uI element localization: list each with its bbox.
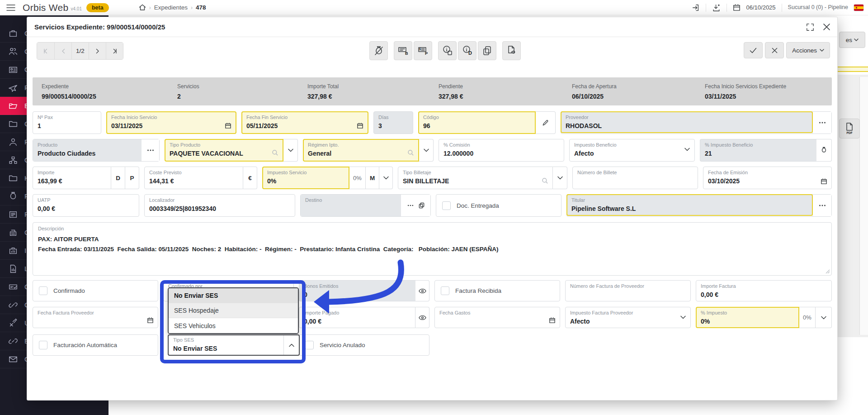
topbar-date[interactable]: 06/10/2025 [746,4,776,11]
localizador-field[interactable]: Localizador 0003349/25|801952340 [144,194,295,217]
pdf-button[interactable]: PDF [839,119,860,138]
chevron-down-icon[interactable] [553,167,567,189]
summary-value: 2 [177,93,298,100]
numero-factura-proveedor-field[interactable]: Número de Factura de Proveedor [565,280,691,301]
confirm-button[interactable] [744,42,763,58]
logout-icon[interactable] [692,4,700,12]
svg-text:D: D [468,50,472,56]
fecha-fin-servicio-field[interactable]: Fecha Fin Servicio 05/11/2025 [241,111,368,134]
chevron-down-icon[interactable] [419,139,434,162]
attachment-document-icon[interactable] [502,41,521,60]
regimen-ipto-field[interactable]: Régimen Ipto. General [303,139,419,162]
calendar-icon[interactable] [147,317,154,324]
money-bag-icon[interactable] [816,139,832,162]
chevron-up-icon[interactable] [283,335,299,355]
cancel-button[interactable] [765,42,784,58]
euro-button[interactable]: € [243,167,257,189]
impuesto-factura-proveedor-field[interactable]: Impuesto Factura Proveedor Afecto [565,307,691,328]
background-actions-button[interactable]: es [839,32,865,48]
dropdown-option[interactable]: SES Hospedaje [169,303,298,318]
porcentaje-button[interactable]: P [125,167,139,189]
chevron-down-icon[interactable] [816,307,832,328]
tipo-ses-field[interactable]: Tipo SES No Enviar SES [168,334,300,356]
resize-grip[interactable] [826,269,830,274]
checkbox[interactable] [441,286,449,295]
impuesto-beneficio-field[interactable]: Impuesto Beneficio Afecto [569,139,695,162]
breadcrumb-section[interactable]: Expedientes [154,4,188,11]
more-icon[interactable] [407,205,414,206]
checkbox[interactable] [305,341,314,349]
dropdown-option[interactable]: No Enviar SES [169,288,298,303]
calendar-icon[interactable] [225,122,231,129]
dropdown-option[interactable]: SES Vehiculos [169,318,298,333]
branch-label[interactable]: Sucursal 0 (0) - Pipeline [788,5,848,10]
pago-document-icon[interactable]: $P [414,41,432,60]
calendar-icon[interactable] [357,122,363,129]
home-icon[interactable] [139,4,146,11]
coste-previsto-field[interactable]: Coste Previsto 144,31 € [144,167,243,189]
import-icon[interactable] [712,4,721,12]
last-page-button[interactable] [106,43,123,59]
no-charge-icon[interactable] [369,41,388,60]
importe-field[interactable]: Importe 163,99 € [33,167,111,189]
tipo-billetaje-field[interactable]: Tipo Billetaje SIN BILLETAJE [398,167,553,189]
bono-document-icon[interactable]: B [394,41,412,60]
acciones-button[interactable]: Acciones [786,42,830,58]
copy-icon[interactable] [478,41,496,60]
eye-icon[interactable] [415,280,429,301]
more-icon[interactable] [812,112,831,134]
first-page-button[interactable] [37,43,54,59]
breadcrumb-separator: › [149,5,151,11]
n-pax-field[interactable]: Nº Pax 1 [33,111,101,134]
divisa-button[interactable]: D [111,167,125,189]
titular-field[interactable]: Titular Pipeline Software S.L [566,194,813,216]
envelope-icon [8,354,18,364]
more-icon[interactable] [141,139,159,161]
fecha-inicio-servicio-field[interactable]: Fecha Inicio Servicio 03/11/2025 [106,111,236,134]
descripcion-field[interactable]: Descripción PAX: AITOR PUERTA Fecha Entr… [33,222,832,276]
edit-pencil-icon[interactable] [536,111,556,134]
codigo-field[interactable]: Código 96 [418,111,536,134]
checkbox[interactable] [442,201,451,210]
info-expediente-icon[interactable] [438,41,457,60]
regimen-ipto-field-group: Régimen Ipto. General [303,139,434,162]
chevron-down-icon[interactable] [684,148,690,151]
eye-icon[interactable] [415,307,429,328]
search-icon[interactable] [542,177,548,184]
proveedor-field[interactable]: Proveedor RHODASOL [561,111,813,133]
info-detalle-icon[interactable]: D [458,41,476,60]
next-page-button[interactable] [89,43,106,59]
chevron-down-icon[interactable] [680,315,686,319]
calendar-icon[interactable] [821,178,827,185]
search-icon[interactable] [407,149,414,156]
fullscreen-icon[interactable] [806,23,814,31]
importe-factura-field[interactable]: Importe Factura 0,00 € [696,280,832,301]
destino-field[interactable]: Destino [301,195,401,216]
calendar-icon[interactable] [733,4,741,11]
copy-icon[interactable] [419,202,425,209]
search-icon[interactable] [272,149,278,156]
numero-billete-field[interactable]: Número de Billete [572,167,698,189]
comision-field[interactable]: % Comisión 12.000000 [439,139,564,162]
close-icon[interactable] [823,24,830,30]
fecha-gastos-field[interactable]: Fecha Gastos [434,307,560,328]
chevron-down-icon[interactable] [283,139,298,162]
previous-page-button[interactable] [54,43,71,59]
producto-field[interactable]: Producto Producto Ciudades [33,139,141,161]
menu-icon[interactable] [6,4,15,11]
tipo-producto-field[interactable]: Tipo Producto PAQUETE VACACIONAL [165,139,283,162]
more-icon[interactable] [812,195,831,216]
pct-impuesto-field[interactable]: % Impuesto 0% [696,307,799,328]
checkbox[interactable] [39,341,47,349]
importe-pagado-field[interactable]: Importe Pagado 0,00 € [299,307,415,328]
form-row: Importe 163,99 € D P Coste Previsto 144,… [33,167,832,189]
spain-flag-icon[interactable] [854,5,863,11]
uatp-field[interactable]: UATP 0,00 € [33,194,139,217]
impuesto-servicio-field[interactable]: Impuesto Servicio 0% [262,167,349,189]
fecha-emision-field[interactable]: Fecha de Emisión 03/10/2025 [703,167,832,189]
modo-button[interactable]: M [366,167,379,189]
fecha-factura-proveedor-field[interactable]: Fecha Factura Proveedor [33,307,158,328]
chevron-down-icon[interactable] [379,167,393,189]
calendar-icon[interactable] [549,317,556,324]
checkbox[interactable] [39,286,47,295]
